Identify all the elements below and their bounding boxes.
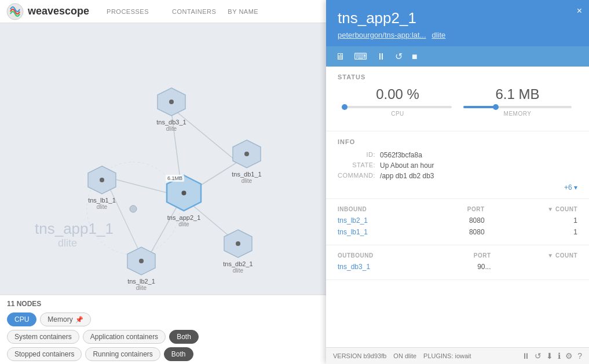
big-node-sublabel: dlite <box>58 237 77 249</box>
logo-text-bold: scope <box>59 5 89 17</box>
logo: weavescope <box>6 2 89 21</box>
inbound-port-header: PORT <box>431 206 484 215</box>
nav-processes[interactable]: PROCESSES <box>107 8 149 15</box>
svg-point-12 <box>244 152 249 156</box>
memory-button[interactable]: Memory 📌 <box>40 312 90 326</box>
outbound-table: OUTBOUND PORT ▼ COUNT tns_db3_1 90... <box>338 252 577 273</box>
node-tns-lb2-1[interactable]: tns_lb2_1 dlite <box>126 246 156 291</box>
panel-title: tns_app2_1 <box>338 9 577 27</box>
status-section: STATUS 0.00 % CPU 6.1 MB <box>326 67 589 131</box>
node-label: tns_lb1_1 <box>88 197 116 204</box>
inbound-port-1: 8080 <box>431 215 484 226</box>
node-tns-lb1-1[interactable]: tns_lb1_1 dlite <box>87 165 117 210</box>
node-tns-app2-1[interactable]: 6.1MB tns_app2_1 dlite <box>164 174 203 227</box>
terminal-icon[interactable]: ⌨ <box>354 51 367 62</box>
svg-point-16 <box>100 178 104 182</box>
node-tns-db1-1[interactable]: tns_db1_1 dlite <box>232 139 262 184</box>
graph-area: tns_db3_1 dlite tns_db1_1 dlite 6.1MB tn… <box>0 23 330 295</box>
nav-by-name[interactable]: CONTAINERS <box>172 8 216 15</box>
both-button-2[interactable]: Both <box>164 347 193 361</box>
stopped-containers-button[interactable]: Stopped containers <box>7 347 82 361</box>
svg-point-14 <box>182 191 186 196</box>
panel-header: tns_app2_1 peterbourgon/tns-app:lat... d… <box>326 0 589 46</box>
node-tns-db2-1[interactable]: tns_db2_1 dlite <box>223 229 253 274</box>
memory-label: MEMORY <box>504 111 532 117</box>
toolbar-row-2: System containers Application containers… <box>7 330 323 344</box>
node-sublabel: dlite <box>166 126 177 132</box>
info-section-title: INFO <box>338 138 577 145</box>
more-link[interactable]: +6 ▾ <box>338 183 577 192</box>
big-node-label: tns_app1_1 <box>35 220 114 238</box>
logo-icon <box>6 2 24 21</box>
connector-node <box>129 204 138 216</box>
close-button[interactable]: × <box>577 6 582 16</box>
panel-link-image[interactable]: peterbourgon/tns-app:lat... <box>338 31 426 39</box>
pause-icon[interactable]: ⏸ <box>376 52 386 62</box>
svg-point-19 <box>236 241 240 246</box>
info-grid: ID: 0562f3bcfa8a STATE: Up About an hour… <box>338 151 577 180</box>
svg-point-21 <box>139 259 144 263</box>
inbound-row-2: tns_lb1_1 8080 1 <box>338 226 577 238</box>
statusbar-pause-icon[interactable]: ⏸ <box>522 351 530 361</box>
inbound-table: INBOUND PORT ▼ COUNT tns_lb2_1 8080 1 tn… <box>338 206 577 238</box>
statusbar-download-icon[interactable]: ⬇ <box>546 351 553 361</box>
stop-icon[interactable]: ■ <box>412 52 418 62</box>
application-containers-button[interactable]: Application containers <box>83 330 166 344</box>
statusbar-info-icon[interactable]: ℹ <box>558 351 561 361</box>
on-label: ON dlite <box>393 352 416 359</box>
left-panel: weavescope PROCESSES CONTAINERS BY NAME <box>0 0 330 364</box>
outbound-link-db3[interactable]: tns_db3_1 <box>338 263 370 271</box>
info-state-key: STATE: <box>338 161 375 170</box>
panel-link-runtime[interactable]: dlite <box>432 31 446 39</box>
version-label: VERSION b9d93fb <box>333 352 386 359</box>
info-state-val: Up About an hour <box>380 161 577 170</box>
cpu-value: 0.00 % <box>376 86 419 102</box>
memory-bar-fill <box>463 106 496 108</box>
cpu-bar <box>343 106 451 108</box>
cpu-button[interactable]: CPU <box>7 312 36 326</box>
statusbar-refresh-icon[interactable]: ↺ <box>535 351 542 361</box>
system-containers-button[interactable]: System containers <box>7 330 79 344</box>
pin-icon: 📌 <box>75 316 83 323</box>
cpu-bar-handle <box>342 104 347 110</box>
outbound-count-header: ▼ COUNT <box>491 252 577 261</box>
statusbar-settings-icon[interactable]: ⚙ <box>565 351 573 361</box>
panel-toolbar: 🖥 ⌨ ⏸ ↺ ■ <box>326 46 589 67</box>
both-button-1[interactable]: Both <box>169 330 199 344</box>
outbound-section: OUTBOUND PORT ▼ COUNT tns_db3_1 90... <box>326 245 589 280</box>
monitor-icon[interactable]: 🖥 <box>335 52 345 62</box>
svg-point-17 <box>130 205 137 212</box>
outbound-port-1: 90... <box>441 261 491 273</box>
info-id-val: 0562f3bcfa8a <box>380 151 577 159</box>
outbound-count-1 <box>491 261 577 273</box>
nodes-count: 11 NODES <box>7 300 323 308</box>
inbound-section: INBOUND PORT ▼ COUNT tns_lb2_1 8080 1 tn… <box>326 199 589 245</box>
inbound-header: INBOUND <box>338 206 431 215</box>
nav-by-name2[interactable]: BY NAME <box>228 8 258 15</box>
toolbar-row-1: CPU Memory 📌 <box>7 312 323 326</box>
status-bar-right: ⏸ ↺ ⬇ ℹ ⚙ ? <box>522 351 582 361</box>
memory-bar-handle <box>493 104 499 110</box>
logo-text: weavescope <box>28 5 89 17</box>
cpu-metric: 0.00 % CPU <box>343 86 451 117</box>
app-header: weavescope PROCESSES CONTAINERS BY NAME <box>0 0 330 23</box>
memory-metric: 6.1 MB MEMORY <box>463 86 571 117</box>
node-sublabel: dlite <box>97 204 107 210</box>
statusbar-help-icon[interactable]: ? <box>577 351 582 361</box>
refresh-icon[interactable]: ↺ <box>395 51 403 62</box>
memory-bar <box>463 106 571 108</box>
node-tns-db3-1[interactable]: tns_db3_1 dlite <box>156 87 186 132</box>
running-containers-button[interactable]: Running containers <box>85 347 160 361</box>
node-sublabel: dlite <box>178 221 189 227</box>
inbound-link-lb1[interactable]: tns_lb1_1 <box>338 228 368 236</box>
inbound-count-header: ▼ COUNT <box>485 206 577 215</box>
info-id-key: ID: <box>338 151 375 159</box>
inbound-link-lb2[interactable]: tns_lb2_1 <box>338 216 368 225</box>
info-command-val: /app db1 db2 db3 <box>380 172 577 180</box>
panel-content: STATUS 0.00 % CPU 6.1 MB <box>326 67 589 347</box>
bottom-toolbar: 11 NODES CPU Memory 📌 System containers … <box>0 295 330 364</box>
node-label: tns_db2_1 <box>223 260 253 267</box>
node-label: tns_db1_1 <box>232 171 261 178</box>
node-label: tns_lb2_1 <box>127 278 155 285</box>
node-label: tns_app2_1 <box>167 214 201 221</box>
